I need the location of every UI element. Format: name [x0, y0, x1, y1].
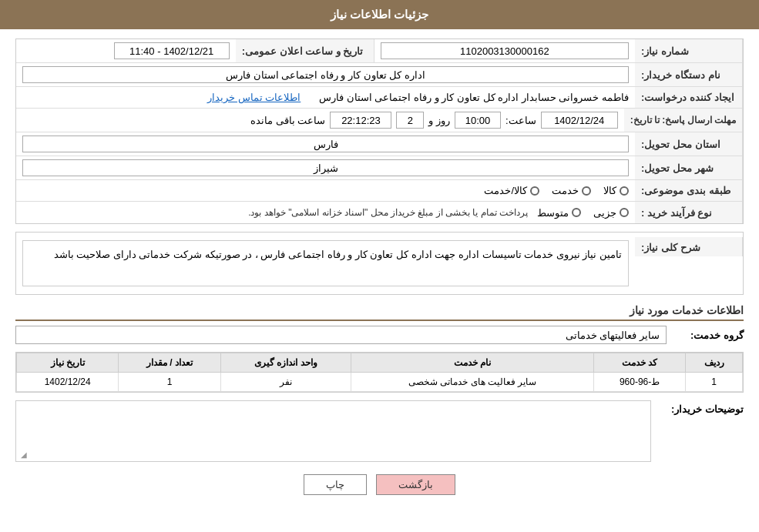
buyer-name-value: اداره کل تعاون کار و رفاه اجتماعی استان …	[22, 66, 629, 83]
table-row: 1ط-96-960سایر فعالیت های خدماتی شخصینفر1…	[17, 373, 743, 392]
creator-link[interactable]: اطلاعات تماس خریدار	[207, 92, 301, 103]
process-option-partial[interactable]: جزیی	[593, 207, 629, 219]
announcement-label: تاریخ و ساعت اعلان عمومی:	[236, 39, 374, 62]
col-qty: تعداد / مقدار	[119, 353, 220, 373]
deadline-days-label: روز و	[428, 115, 450, 126]
city-label: شهر محل تحویل:	[635, 156, 743, 179]
process-note: پرداخت تمام یا بخشی از مبلغ خریداز محل "…	[248, 207, 528, 218]
category-radio-kala	[620, 186, 629, 196]
number-value: 1102003130000162	[381, 42, 629, 59]
process-radio-medium	[572, 208, 581, 217]
process-radio-partial	[620, 208, 629, 217]
deadline-label: مهلت ارسال پاسخ: تا تاریخ:	[624, 109, 743, 132]
creator-label: ایجاد کننده درخواست:	[635, 87, 743, 108]
col-row: ردیف	[686, 353, 743, 373]
city-value: شیراز	[22, 159, 629, 176]
category-option-kala[interactable]: کالا	[603, 185, 629, 196]
services-title: اطلاعات خدمات مورد نیاز	[15, 304, 744, 321]
category-option-khedmat[interactable]: خدمت	[552, 185, 591, 196]
button-row: بازگشت چاپ	[15, 474, 744, 507]
buyer-desc-box[interactable]: ◢	[15, 400, 651, 462]
col-unit: واحد اندازه گیری	[220, 353, 351, 373]
number-label: شماره نیاز:	[635, 39, 743, 62]
category-radio-khedmat	[582, 186, 591, 196]
back-button[interactable]: بازگشت	[376, 474, 455, 495]
buyer-name-label: نام دستگاه خریدار:	[635, 63, 743, 86]
services-table: ردیف کد خدمت نام خدمت واحد اندازه گیری ت…	[15, 352, 744, 393]
col-name: نام خدمت	[351, 353, 594, 373]
deadline-remaining: 22:12:23	[330, 112, 391, 129]
creator-value: فاطمه خسروانی حسابدار اداره کل تعاون کار…	[319, 92, 629, 103]
deadline-time: 10:00	[455, 112, 501, 129]
service-group-label: گروه خدمت:	[667, 330, 744, 341]
description-label: شرح کلی نیاز:	[635, 237, 743, 256]
description-value: تامین نیاز نیروی خدمات تاسیسات اداره جهت…	[22, 240, 629, 286]
category-options: کالا خدمت کالا/خدمت	[484, 185, 629, 196]
announcement-value: 1402/12/21 - 11:40	[114, 42, 230, 59]
page-title: جزئیات اطلاعات نیاز	[0, 0, 759, 29]
col-code: کد خدمت	[593, 353, 685, 373]
process-options: جزیی متوسط	[537, 207, 629, 219]
buyer-desc-section: توضیحات خریدار: ◢	[15, 400, 744, 462]
category-radio-kala-khedmat	[530, 186, 539, 196]
deadline-remaining-label: ساعت باقی مانده	[250, 115, 325, 126]
deadline-time-label: ساعت:	[505, 115, 536, 126]
process-option-medium[interactable]: متوسط	[537, 207, 581, 219]
col-date: تاریخ نیاز	[17, 353, 119, 373]
print-button[interactable]: چاپ	[304, 474, 367, 495]
resize-handle: ◢	[18, 450, 27, 460]
province-label: استان محل تحویل:	[635, 132, 743, 156]
category-option-kala-khedmat[interactable]: کالا/خدمت	[484, 185, 539, 196]
service-group-value: سایر فعالیتهای خدماتی	[15, 326, 667, 344]
deadline-date: 1402/12/24	[541, 112, 618, 129]
buyer-desc-label: توضیحات خریدار:	[651, 400, 744, 415]
deadline-days: 2	[396, 112, 424, 129]
process-label: نوع فرآیند خرید :	[635, 202, 743, 223]
category-label: طبقه بندی موضوعی:	[635, 180, 743, 201]
province-value: فارس	[22, 136, 629, 152]
